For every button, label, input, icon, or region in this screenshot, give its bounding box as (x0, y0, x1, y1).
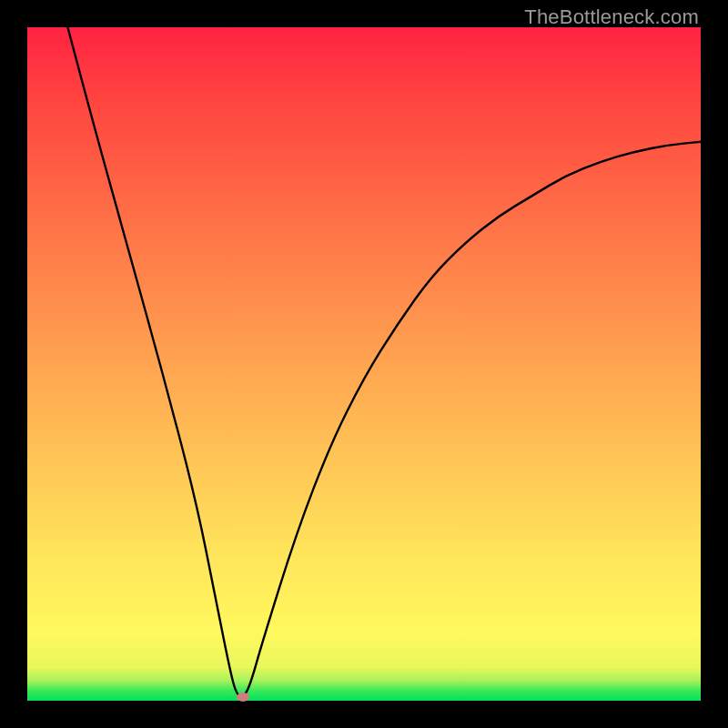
plot-area (27, 27, 701, 701)
bottleneck-minimum-marker (237, 693, 249, 702)
bottleneck-curve (27, 27, 701, 701)
chart-frame: TheBottleneck.com (0, 0, 728, 728)
watermark-text: TheBottleneck.com (524, 5, 699, 29)
